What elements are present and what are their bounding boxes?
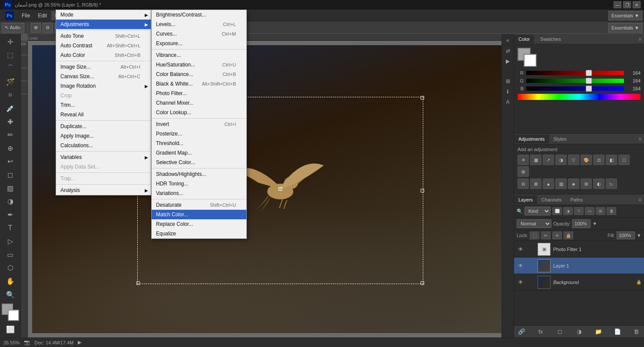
zoom-icon[interactable]: 📷 — [24, 340, 30, 345]
tool-lasso[interactable]: ⌒ — [2, 62, 19, 75]
adj-black-white[interactable]: Black & White... Alt+Shift+Ctrl+B — [152, 79, 246, 89]
filter-delete[interactable]: 🗑 — [607, 207, 616, 215]
menu-edit[interactable]: Edit — [34, 11, 50, 20]
menu-auto-color[interactable]: Auto Color Shift+Ctrl+B — [56, 50, 151, 60]
filter-pixel[interactable]: ⬜ — [552, 207, 562, 215]
tab-color[interactable]: Color — [514, 35, 534, 43]
tool-zoom[interactable]: 🔍 — [2, 288, 19, 301]
panel-icon-info[interactable]: ℹ — [503, 87, 513, 96]
layer-item-photo-filter[interactable]: 👁 ▣ Photo Filter 1 — [514, 241, 644, 258]
panel-collapse-icon[interactable]: « — [503, 36, 513, 45]
menu-ps[interactable]: Ps — [2, 10, 17, 22]
tool-pen[interactable]: ✒ — [2, 208, 19, 221]
adj-icon-brightness[interactable]: ☀ — [518, 155, 529, 165]
layers-panel-menu[interactable]: ≡ — [638, 197, 644, 203]
layer-visibility-layer1[interactable]: 👁 — [517, 263, 524, 269]
layer-visibility-photo-filter[interactable]: 👁 — [517, 246, 524, 252]
delete-layer-button[interactable]: 🗑 — [632, 327, 641, 336]
adj-icon-hue-sat[interactable]: 🎨 — [581, 155, 592, 165]
tool-type[interactable]: T — [2, 222, 19, 235]
blue-slider[interactable] — [526, 86, 624, 91]
layer-item-layer1[interactable]: 👁 Layer 1 — [514, 258, 644, 274]
adj-icon-color-balance[interactable]: ⚖ — [593, 155, 604, 165]
tool-quick-select[interactable]: 🪄 — [2, 76, 19, 88]
adj-levels[interactable]: Levels... Ctrl+L — [152, 20, 246, 29]
tool-history-brush[interactable]: ↩ — [2, 155, 19, 168]
menu-image-size[interactable]: Image Size... Alt+Ctrl+I — [56, 62, 151, 72]
adj-icon-posterize[interactable]: ⊠ — [530, 178, 541, 189]
adj-selective-color[interactable]: Selective Color... — [152, 158, 246, 167]
adj-shadows-highlights[interactable]: Shadows/Highlights... — [152, 169, 246, 179]
adj-desaturate[interactable]: Desaturate Shift+Ctrl+U — [152, 200, 246, 210]
panel-icon-1[interactable]: ⇄ — [503, 46, 513, 56]
filter-shape[interactable]: ▭ — [585, 207, 594, 215]
filter-type[interactable]: T — [574, 207, 584, 215]
tool-3d[interactable]: ⬡ — [2, 262, 19, 274]
new-layer-button[interactable]: 📄 — [613, 327, 622, 336]
menu-reveal-all[interactable]: Reveal All — [56, 110, 151, 119]
tool-eyedropper[interactable]: 💉 — [2, 102, 19, 115]
add-style-button[interactable]: fx — [536, 327, 545, 336]
adj-vibrance[interactable]: Vibrance... — [152, 50, 246, 60]
green-thumb[interactable] — [586, 78, 592, 84]
background-swatch[interactable] — [524, 54, 537, 67]
essentials-dropdown[interactable]: Essentials ▼ — [608, 11, 642, 20]
progress-arrow[interactable]: ▶ — [78, 340, 81, 345]
adj-exposure[interactable]: Exposure... — [152, 39, 246, 48]
lock-icon-transparency[interactable]: ⬚ — [530, 231, 539, 239]
adj-photo-filter[interactable]: Photo Filter... — [152, 89, 246, 98]
menu-auto-tone[interactable]: Auto Tone Shift+Ctrl+L — [56, 31, 151, 41]
adj-icon-selective-color[interactable]: ◈ — [568, 178, 579, 189]
adj-variations[interactable]: Variations... — [152, 188, 246, 198]
adj-posterize[interactable]: Posterize... — [152, 129, 246, 139]
toolbar-align2[interactable]: ⊖ — [43, 23, 53, 33]
tool-path-select[interactable]: ▷ — [2, 235, 19, 248]
menu-canvas-size[interactable]: Canvas Size... Alt+Ctrl+C — [56, 72, 151, 81]
tool-healing[interactable]: ✚ — [2, 116, 19, 128]
red-slider[interactable] — [526, 71, 624, 75]
panel-icon-grid[interactable]: ⊞ — [503, 76, 513, 86]
new-adjustment-button[interactable]: ◑ — [574, 327, 584, 336]
blue-thumb[interactable] — [586, 86, 592, 92]
adj-icon-hdr[interactable]: ◐ — [593, 178, 604, 189]
adj-icon-bw[interactable]: ◧ — [606, 155, 617, 165]
layer-item-background[interactable]: 👁 Background 🔒 — [514, 274, 644, 291]
close-button[interactable]: ✕ — [633, 1, 641, 8]
menu-variables[interactable]: Variables ▶ — [56, 152, 151, 162]
filter-smart[interactable]: ⊞ — [596, 207, 605, 215]
adj-hue-saturation[interactable]: Hue/Saturation... Ctrl+U — [152, 60, 246, 69]
tool-eraser[interactable]: ◻ — [2, 169, 19, 181]
color-spectrum[interactable] — [518, 94, 641, 100]
opacity-dropdown-arrow[interactable]: ▼ — [592, 221, 597, 226]
adj-icon-levels[interactable]: ▦ — [530, 155, 541, 165]
fill-value[interactable]: 100% — [617, 231, 635, 239]
green-slider[interactable] — [526, 79, 624, 83]
adj-curves[interactable]: Curves... Ctrl+M — [152, 29, 246, 39]
tab-paths[interactable]: Paths — [566, 195, 587, 204]
tool-dodge[interactable]: ◑ — [2, 195, 19, 208]
tool-gradient[interactable]: ▨ — [2, 182, 19, 195]
restore-button[interactable]: ❐ — [623, 1, 631, 8]
adj-icon-channel-mixer[interactable]: ⊞ — [518, 166, 529, 177]
tab-styles[interactable]: Styles — [549, 135, 571, 143]
adj-equalize[interactable]: Equalize — [152, 229, 246, 238]
tool-marquee[interactable]: ⬚ — [2, 49, 19, 62]
tool-shape[interactable]: ▭ — [2, 248, 19, 261]
red-thumb[interactable] — [586, 70, 592, 76]
add-mask-button[interactable]: ◻ — [555, 327, 564, 336]
panel-icon-A[interactable]: A — [503, 97, 513, 107]
tool-hand[interactable]: ✋ — [2, 275, 19, 288]
adj-icon-vibrance[interactable]: ▽ — [568, 155, 579, 165]
tab-channels[interactable]: Channels — [537, 195, 566, 204]
new-group-button[interactable]: 📁 — [594, 327, 603, 336]
menu-apply-image[interactable]: Apply Image... — [56, 131, 151, 141]
menu-adjustments[interactable]: Adjustments ▶ — [56, 20, 151, 29]
tab-swatches[interactable]: Swatches — [536, 35, 565, 43]
tool-crop[interactable]: ⌗ — [2, 89, 19, 102]
blend-mode-dropdown[interactable]: Normal — [517, 219, 551, 228]
toolbar-move[interactable]: ↖ Auto- — [2, 23, 24, 33]
adj-invert[interactable]: Invert Ctrl+I — [152, 119, 246, 129]
menu-file[interactable]: File — [18, 11, 33, 20]
adj-threshold[interactable]: Threshold... — [152, 139, 246, 148]
opacity-value[interactable]: 100% — [572, 219, 591, 228]
